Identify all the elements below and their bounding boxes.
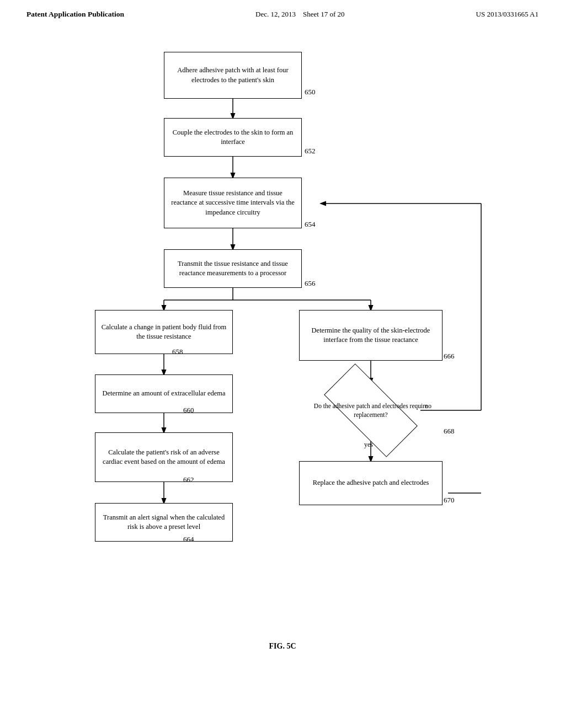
label-668: 668: [444, 427, 455, 436]
header-right: US 2013/0331665 A1: [476, 10, 539, 19]
box-654: Measure tissue resistance and tissue rea…: [164, 178, 302, 228]
box-650: Adhere adhesive patch with at least four…: [164, 52, 302, 99]
sheet-label: Sheet 17 of 20: [303, 10, 344, 18]
header-date: Dec. 12, 2013 Sheet 17 of 20: [255, 10, 344, 19]
label-658: 658: [172, 347, 183, 356]
box-656: Transmit the tissue resistance and tissu…: [164, 249, 302, 288]
label-666: 666: [444, 352, 455, 361]
label-650: 650: [305, 88, 316, 97]
label-656: 656: [305, 279, 316, 288]
box-658: Calculate a change in patient body fluid…: [95, 310, 233, 354]
diagram-container: Adhere adhesive patch with at least four…: [0, 24, 565, 662]
box-662: Calculate the patient's risk of an adver…: [95, 432, 233, 482]
label-652: 652: [305, 147, 316, 156]
label-670: 670: [444, 496, 455, 505]
label-654: 654: [305, 220, 316, 229]
label-660: 660: [183, 406, 194, 415]
box-664: Transmit an alert signal when the calcul…: [95, 503, 233, 542]
box-660: Determine an amount of extracellular ede…: [95, 374, 233, 413]
box-670: Replace the adhesive patch and electrode…: [299, 461, 443, 505]
box-652: Couple the electrodes to the skin to for…: [164, 118, 302, 157]
label-664: 664: [183, 535, 194, 544]
figure-caption: FIG. 5C: [269, 642, 296, 651]
header-left: Patent Application Publication: [26, 10, 124, 19]
label-662: 662: [183, 475, 194, 484]
page-header: Patent Application Publication Dec. 12, …: [0, 0, 565, 24]
diamond-668: Do the adhesive patch and electrodes req…: [299, 383, 443, 438]
yes-label: yes: [364, 441, 373, 449]
box-666: Determine the quality of the skin-electr…: [299, 310, 443, 361]
flowchart: Adhere adhesive patch with at least four…: [62, 41, 503, 636]
